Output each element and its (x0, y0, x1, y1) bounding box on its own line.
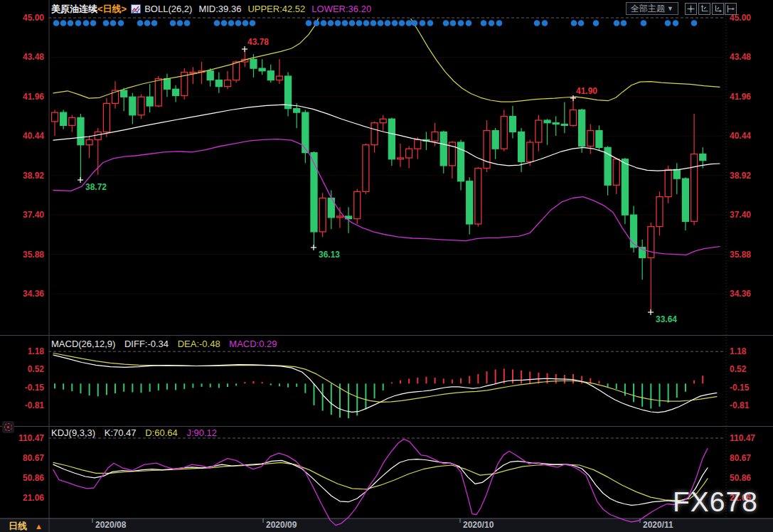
macd-panel (53, 353, 717, 419)
candlestick-chart-icon (131, 4, 141, 14)
axis-zoom-horizontal-icon[interactable] (712, 3, 724, 15)
bollinger-bands (53, 0, 720, 255)
price-annotation-low: 38.72 (85, 182, 107, 192)
x-axis-month-label: 2020/08 (95, 520, 126, 530)
macd-diff-value: DIFF:-0.34 (124, 339, 169, 349)
kdj-k-value: K:70.47 (105, 427, 137, 438)
charting-app: 美原油连续 <日线> BOLL(26,2) MID:39.36 UPPER:42… (0, 0, 773, 532)
macd-dea-line (53, 353, 717, 403)
kdj-axis-label: 80.67 (730, 453, 771, 463)
boll-label: BOLL(26,2) (144, 4, 192, 14)
triangle-up-icon: ▲ (35, 522, 43, 531)
axis-reset-icon[interactable] (725, 3, 737, 15)
kdj-axis-label: 110.47 (730, 433, 771, 443)
macd-axis-label: 0.52 (1, 364, 44, 374)
tab-period-daily[interactable]: 日线 ▲ (9, 520, 43, 532)
boll-lower-value: LOWER:36.20 (311, 4, 371, 14)
main-price-label: 34.36 (1, 289, 44, 299)
macd-value: MACD:0.29 (229, 339, 277, 349)
pan-icon[interactable] (685, 3, 697, 15)
main-price-label: 41.96 (1, 92, 44, 102)
kdj-axis-label: 50.86 (730, 473, 771, 483)
macd-histogram (55, 368, 703, 418)
macd-legend: MACD(26,12,9) DIFF:-0.34 DEA:-0.48 MACD:… (51, 339, 277, 349)
macd-axis-label: 1.18 (730, 346, 771, 356)
x-axis-month-label: 2020/11 (643, 520, 673, 530)
watermark: FX678 (673, 486, 758, 518)
price-annotation-high: 41.90 (576, 86, 597, 96)
x-axis-month-label: 2020/10 (463, 520, 494, 530)
x-axis-month-label: 2020/09 (266, 520, 297, 530)
top-bar: 美原油连续 <日线> BOLL(26,2) MID:39.36 UPPER:42… (0, 0, 773, 17)
instrument-name: 美原油连续 (51, 3, 97, 16)
main-price-label: 35.88 (1, 250, 44, 260)
macd-axis-label: 0.52 (730, 364, 771, 374)
main-price-label: 38.92 (730, 171, 771, 181)
main-price-label: 37.40 (730, 210, 771, 220)
chart-canvas[interactable] (0, 0, 773, 532)
boll-upper-value: UPPER:42.52 (247, 4, 305, 14)
main-price-label: 43.48 (1, 52, 44, 62)
kdj-legend: KDJ(9,3,3) K:70.47 D:60.64 J:90.12 (51, 427, 217, 438)
kdj-k-line (53, 459, 708, 506)
kdj-panel (53, 439, 708, 525)
main-price-label: 41.96 (730, 92, 771, 102)
axis-zoom-vertical-icon[interactable] (698, 3, 710, 15)
chart-title-row: 美原油连续 <日线> BOLL(26,2) MID:39.36 UPPER:42… (51, 3, 371, 15)
main-price-label: 38.92 (1, 171, 44, 181)
price-annotation-low: 33.64 (656, 314, 677, 324)
macd-dea-value: DEA:-0.48 (178, 339, 220, 349)
period-tag: <日线> (97, 3, 127, 16)
kdj-axis-label: 80.67 (1, 453, 44, 463)
kdj-axis-label: 110.47 (1, 433, 44, 443)
main-price-label: 35.88 (730, 250, 771, 260)
price-annotation-low: 36.13 (319, 250, 340, 260)
macd-axis-label: -0.15 (730, 383, 771, 393)
main-price-label: 37.40 (1, 210, 44, 220)
macd-axis-label: 1.18 (1, 346, 44, 356)
candles-layer (52, 49, 706, 312)
chevron-down-icon: ▼ (667, 5, 673, 12)
macd-diff-line (53, 355, 717, 413)
macd-axis-label: -0.81 (1, 400, 44, 410)
main-price-label: 43.48 (730, 52, 771, 62)
theme-dropdown[interactable]: 全部主题 ▼ (626, 2, 678, 15)
boll-lower-line (53, 139, 720, 255)
kdj-d-value: D:60.64 (145, 427, 178, 438)
signal-dots-row (53, 20, 698, 26)
kdj-axis-label: 21.06 (1, 493, 44, 503)
kdj-axis-label: 50.86 (1, 473, 44, 483)
kdj-j-line (53, 439, 708, 525)
main-price-label: 34.36 (730, 289, 771, 299)
theme-dropdown-label: 全部主题 (631, 3, 665, 15)
main-price-label: 40.44 (730, 131, 771, 141)
main-price-label: 40.44 (1, 131, 44, 141)
main-panel (52, 0, 720, 312)
hot-marker-icon[interactable] (2, 421, 14, 433)
macd-axis-label: -0.15 (1, 383, 44, 393)
macd-axis-label: -0.81 (730, 400, 771, 410)
boll-mid-value: MID:39.36 (198, 4, 241, 14)
price-annotation-high: 43.78 (247, 37, 269, 47)
macd-title: MACD(26,12,9) (51, 339, 115, 349)
tab-period-label: 日线 (9, 520, 27, 532)
kdj-title: KDJ(9,3,3) (51, 427, 95, 438)
kdj-j-value: J:90.12 (186, 427, 217, 438)
